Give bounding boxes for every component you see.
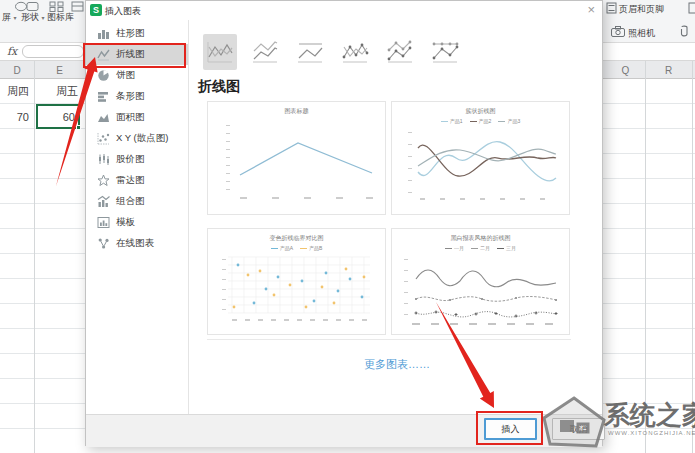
column-chart-icon	[97, 27, 110, 40]
sidebar-item-template[interactable]: 模板	[86, 212, 188, 233]
chart-preview-scatter-compare[interactable]: 变色折线临界对比图 产品A 产品B	[207, 228, 386, 335]
toolbar-shapes-button[interactable]: 形状 ▾	[21, 11, 45, 24]
preview-chart	[398, 253, 563, 327]
line-100stacked-markers-icon	[430, 38, 460, 66]
preview-chart	[214, 253, 379, 325]
line-basic-icon	[205, 38, 235, 66]
sidebar-item-combo[interactable]: 组合图	[86, 191, 188, 212]
header-footer-button[interactable]: 页眉和页脚	[619, 3, 664, 16]
ribbon-partial-icon	[688, 2, 695, 14]
fx-label: fx	[7, 45, 17, 58]
section-heading: 折线图	[198, 78, 240, 96]
chevron-down-icon: ▾	[14, 15, 17, 21]
area-chart-icon	[97, 111, 110, 124]
paperclip-icon	[679, 25, 691, 38]
subtype-line-stacked-markers[interactable]	[383, 34, 417, 70]
chart-preview-clustered-line[interactable]: 簇状折线图 产品1 产品2 产品3	[391, 101, 570, 215]
subtype-line-basic[interactable]	[203, 34, 237, 70]
preview-chart	[398, 126, 563, 204]
subtype-line-stacked[interactable]	[248, 34, 282, 70]
line-markers-icon	[340, 38, 370, 66]
online-chart-icon	[97, 237, 110, 250]
header-footer-icon	[606, 2, 617, 14]
line-stacked-icon	[250, 38, 280, 66]
preview-title: 黑白报表风格的折线图	[392, 235, 569, 242]
sidebar-item-column[interactable]: 柱形图	[86, 23, 188, 44]
toolbar-screen-button[interactable]: 屏 ▾	[2, 11, 17, 24]
next-row-card-edge	[207, 339, 571, 340]
selected-cell-outline	[36, 104, 80, 129]
subtype-line-100stacked-markers[interactable]	[428, 34, 462, 70]
sidebar-item-radar[interactable]: 雷达图	[86, 170, 188, 191]
grid-vline	[692, 61, 693, 453]
sidebar-item-bar[interactable]: 条形图	[86, 86, 188, 107]
column-header-r[interactable]: R	[645, 61, 692, 79]
stock-chart-icon	[97, 153, 110, 166]
column-header-d[interactable]: D	[0, 61, 34, 79]
subtype-line-100stacked[interactable]	[293, 34, 327, 70]
sidebar-item-pie[interactable]: 饼图	[86, 65, 188, 86]
sidebar-item-scatter[interactable]: X Y (散点图)	[86, 128, 188, 149]
preview-chart	[214, 117, 379, 207]
preview-title: 图表标题	[208, 108, 385, 115]
legend-item: 产品1	[441, 118, 463, 124]
legend-item: 产品B	[300, 245, 322, 251]
legend-item: 二月	[471, 245, 490, 251]
radar-chart-icon	[97, 174, 110, 187]
sidebar-item-online[interactable]: 在线图表	[86, 233, 188, 254]
sidebar-item-stock[interactable]: 股价图	[86, 149, 188, 170]
cell-thursday[interactable]: 周四	[0, 79, 29, 104]
sidebar-item-area[interactable]: 面积图	[86, 107, 188, 128]
highlight-box-line-chart	[83, 43, 186, 68]
grid-vline	[645, 61, 646, 453]
bar-chart-icon	[97, 90, 110, 103]
scatter-chart-icon	[97, 132, 110, 145]
highlight-box-insert	[476, 411, 543, 445]
line-stacked-markers-icon	[385, 38, 415, 66]
formula-input[interactable]	[22, 45, 84, 58]
wps-logo: S	[90, 4, 102, 16]
toolbar-iconlib-button[interactable]: 图标库	[47, 11, 74, 24]
chevron-down-icon: ▾	[42, 15, 45, 21]
camera-button[interactable]: 照相机	[628, 27, 655, 40]
combo-chart-icon	[97, 195, 110, 208]
column-header-q[interactable]: Q	[606, 61, 645, 79]
preview-title: 变色折线临界对比图	[208, 235, 385, 242]
legend-item: 产品3	[498, 118, 520, 124]
legend-item: 产品A	[271, 245, 293, 251]
template-icon	[97, 216, 110, 229]
chart-type-sidebar: 柱形图 折线图 饼图 条形图 面积图 X Y (散点图) 股价图 雷达图	[86, 20, 189, 414]
cancel-button[interactable]: 取消	[552, 418, 605, 440]
legend-item: 产品2	[470, 118, 492, 124]
legend-item: 三月	[497, 245, 516, 251]
legend-item: 一月	[445, 245, 464, 251]
column-header-e[interactable]: E	[34, 61, 85, 79]
more-charts-link[interactable]: 更多图表……	[364, 357, 430, 372]
subtype-line-markers[interactable]	[338, 34, 372, 70]
close-icon[interactable]: ×	[587, 2, 595, 17]
line-100stacked-icon	[295, 38, 325, 66]
chart-preview-basic-line[interactable]: 图表标题	[207, 101, 386, 215]
cell-70[interactable]: 70	[0, 104, 29, 129]
camera-icon	[611, 26, 625, 37]
preview-title: 簇状折线图	[392, 108, 569, 115]
dialog-title: 插入图表	[105, 5, 141, 18]
cell-friday[interactable]: 周五	[34, 79, 78, 104]
pie-chart-icon	[97, 69, 110, 82]
chart-preview-bw-report-line[interactable]: 黑白报表风格的折线图 一月 二月 三月	[391, 228, 570, 335]
